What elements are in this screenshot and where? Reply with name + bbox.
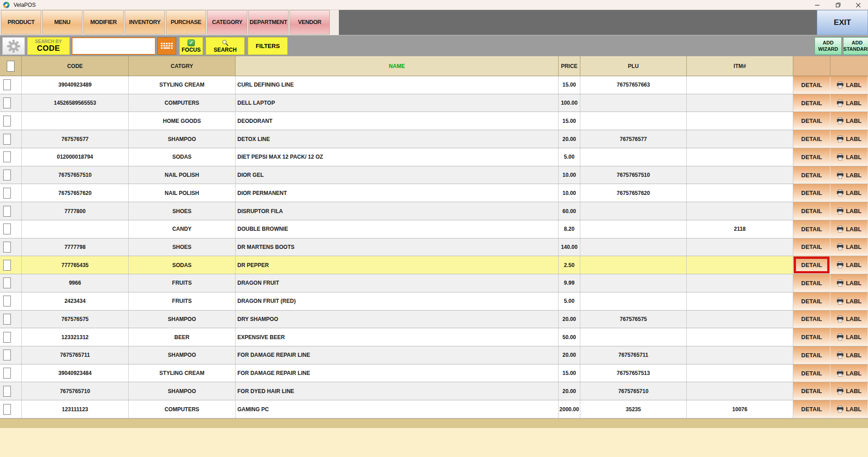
tab-inventory[interactable]: INVENTORY (125, 10, 165, 34)
row-checkbox[interactable] (3, 386, 11, 397)
label-print-button[interactable]: LABL (830, 148, 868, 166)
horizontal-scrollbar[interactable] (0, 418, 868, 428)
label-print-button[interactable]: LABL (830, 130, 868, 148)
row-checkbox[interactable] (3, 224, 11, 234)
label-print-button[interactable]: LABL (830, 220, 868, 238)
label-print-button[interactable]: LABL (830, 238, 868, 256)
label-print-button[interactable]: LABL (830, 311, 868, 328)
cell-code: 39040923484 (22, 365, 129, 382)
row-checkbox[interactable] (3, 260, 11, 271)
label-print-button[interactable]: LABL (830, 202, 868, 220)
row-checkbox[interactable] (3, 134, 11, 145)
label-print-button[interactable]: LABL (830, 76, 868, 94)
row-checkbox[interactable] (3, 97, 11, 108)
printer-icon (836, 154, 844, 160)
detail-button[interactable]: DETAIL (793, 365, 830, 382)
tab-purchase[interactable]: PURCHASE (166, 10, 206, 34)
row-checkbox[interactable] (3, 332, 11, 343)
tab-menu[interactable]: MENU (42, 10, 82, 34)
table-row: 7777798 SHOES DR MARTENS BOOTS 140.00 DE… (0, 238, 868, 257)
label-print-button[interactable]: LABL (830, 274, 868, 292)
labl-button-label: LABL (846, 406, 862, 413)
row-checkbox[interactable] (3, 116, 11, 126)
detail-button[interactable]: DETAIL (793, 76, 830, 94)
detail-button[interactable]: DETAIL (793, 130, 830, 148)
minimize-button[interactable] (809, 0, 825, 10)
row-checkbox[interactable] (3, 314, 11, 325)
label-print-button[interactable]: LABL (830, 256, 868, 274)
detail-button[interactable]: DETAIL (793, 184, 830, 202)
add-wizard-button[interactable]: ADD WIZARD (815, 37, 842, 55)
tab-category[interactable]: CATEGORY (207, 10, 247, 34)
maximize-button[interactable] (830, 0, 846, 10)
row-checkbox[interactable] (3, 296, 11, 306)
window-title: VelaPOS (14, 0, 36, 10)
table-row: HOME GOODS DEODORANT 15.00 DETAIL LABL (0, 112, 868, 130)
label-print-button[interactable]: LABL (830, 94, 868, 112)
add-standard-button[interactable]: ADD STANDARD (843, 37, 868, 55)
row-checkbox[interactable] (3, 188, 11, 199)
row-checkbox-cell (0, 148, 22, 166)
detail-button[interactable]: DETAIL (793, 311, 830, 328)
label-print-button[interactable]: LABL (830, 166, 868, 184)
focus-toggle-button[interactable]: ✓ FOCUS (179, 37, 203, 55)
search-by-button[interactable]: SEARCH BY CODE (27, 37, 70, 55)
exit-button[interactable]: EXIT (817, 10, 868, 35)
select-all-checkbox[interactable] (7, 61, 14, 72)
labl-button-label: LABL (846, 190, 862, 196)
detail-button[interactable]: DETAIL (793, 328, 830, 346)
detail-button[interactable]: DETAIL (793, 292, 830, 310)
table-row: 123111123 COMPUTERS GAMING PC 2000.00 35… (0, 400, 868, 418)
tab-product[interactable]: PRODUCT (1, 10, 41, 34)
detail-button[interactable]: DETAIL (793, 346, 830, 364)
row-checkbox[interactable] (3, 368, 11, 379)
header-price[interactable]: PRICE (559, 56, 580, 76)
label-print-button[interactable]: LABL (830, 112, 868, 130)
header-name[interactable]: NAME (236, 56, 559, 76)
label-print-button[interactable]: LABL (830, 400, 868, 418)
header-plu[interactable]: PLU (580, 56, 687, 76)
keyboard-button[interactable] (157, 37, 176, 55)
detail-button[interactable]: DETAIL (793, 256, 830, 274)
label-print-button[interactable]: LABL (830, 184, 868, 202)
search-input[interactable] (72, 37, 156, 55)
cell-catgry: SHAMPOO (129, 130, 236, 148)
detail-button[interactable]: DETAIL (793, 274, 830, 292)
row-checkbox[interactable] (3, 151, 11, 162)
header-itm[interactable]: ITM# (687, 56, 793, 76)
label-print-button[interactable]: LABL (830, 292, 868, 310)
filters-button[interactable]: FILTERS (248, 37, 288, 55)
cell-plu: 35235 (580, 400, 687, 418)
detail-button[interactable]: DETAIL (793, 148, 830, 166)
detail-button[interactable]: DETAIL (793, 220, 830, 238)
tab-department[interactable]: DEPARTMENT (248, 10, 289, 34)
cell-name: CURL DEFINING LINE (236, 76, 559, 94)
row-checkbox[interactable] (3, 277, 11, 288)
header-catgry[interactable]: CATGRY (129, 56, 236, 76)
detail-button[interactable]: DETAIL (793, 202, 830, 220)
detail-button[interactable]: DETAIL (793, 238, 830, 256)
close-button[interactable] (850, 0, 866, 10)
detail-button[interactable]: DETAIL (793, 400, 830, 418)
row-checkbox[interactable] (3, 206, 11, 217)
label-print-button[interactable]: LABL (830, 346, 868, 364)
row-checkbox[interactable] (3, 404, 11, 415)
label-print-button[interactable]: LABL (830, 328, 868, 346)
cell-itm (687, 76, 793, 94)
tab-modifier[interactable]: MODIFIER (83, 10, 124, 34)
detail-button[interactable]: DETAIL (793, 94, 830, 112)
search-button[interactable]: SEARCH (206, 37, 245, 55)
label-print-button[interactable]: LABL (830, 365, 868, 382)
detail-button[interactable]: DETAIL (793, 112, 830, 130)
row-checkbox[interactable] (3, 350, 11, 360)
row-checkbox[interactable] (3, 242, 11, 253)
label-print-button[interactable]: LABL (830, 382, 868, 400)
detail-button[interactable]: DETAIL (793, 166, 830, 184)
row-checkbox[interactable] (3, 170, 11, 180)
add-standard-label-bottom: STANDARD (844, 46, 868, 52)
header-code[interactable]: CODE (22, 56, 129, 76)
row-checkbox[interactable] (3, 79, 11, 90)
tab-vendor[interactable]: VENDOR (289, 10, 330, 34)
detail-button[interactable]: DETAIL (793, 382, 830, 400)
settings-button[interactable] (2, 37, 25, 55)
